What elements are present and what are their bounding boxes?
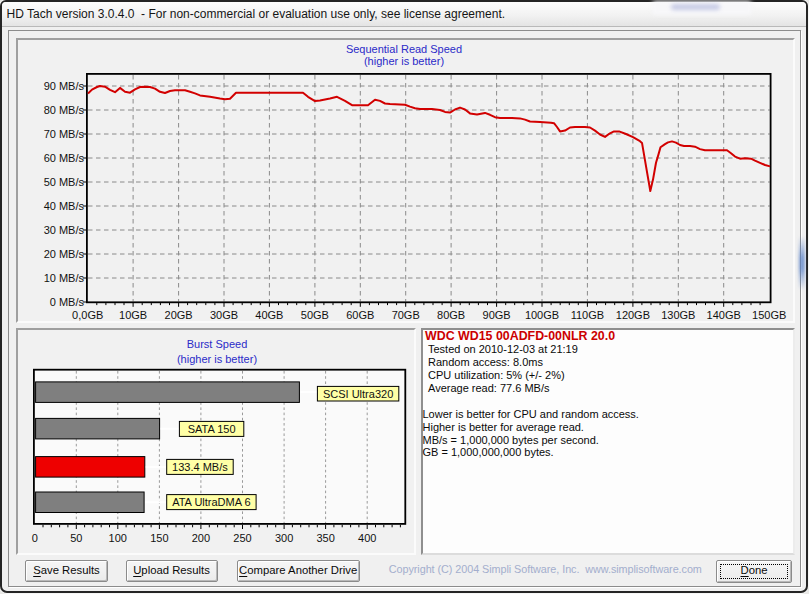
svg-text:350: 350 xyxy=(316,532,334,544)
svg-text:400: 400 xyxy=(358,532,376,544)
svg-text:60GB: 60GB xyxy=(346,309,374,321)
svg-text:70GB: 70GB xyxy=(392,309,420,321)
svg-text:70 MB/s: 70 MB/s xyxy=(44,128,85,140)
svg-text:0 MB/s: 0 MB/s xyxy=(50,296,85,308)
svg-text:90GB: 90GB xyxy=(483,309,511,321)
svg-text:150: 150 xyxy=(150,532,168,544)
svg-text:200: 200 xyxy=(192,532,210,544)
svg-text:133.4 MB/s: 133.4 MB/s xyxy=(172,461,228,473)
svg-text:40 MB/s: 40 MB/s xyxy=(44,200,85,212)
svg-text:ATA UltraDMA 6: ATA UltraDMA 6 xyxy=(172,496,250,508)
svg-text:50: 50 xyxy=(70,532,82,544)
svg-text:SATA 150: SATA 150 xyxy=(188,423,236,435)
svg-text:SCSI Ultra320: SCSI Ultra320 xyxy=(323,388,393,400)
svg-text:10 MB/s: 10 MB/s xyxy=(44,272,85,284)
svg-text:50 MB/s: 50 MB/s xyxy=(44,176,85,188)
svg-text:50GB: 50GB xyxy=(301,309,329,321)
svg-text:20GB: 20GB xyxy=(165,309,193,321)
svg-text:0: 0 xyxy=(32,532,38,544)
svg-text:250: 250 xyxy=(233,532,251,544)
svg-text:150GB: 150GB xyxy=(752,309,786,321)
svg-text:0,0GB: 0,0GB xyxy=(72,309,103,321)
svg-text:40GB: 40GB xyxy=(255,309,283,321)
svg-text:130GB: 130GB xyxy=(661,309,695,321)
svg-text:100GB: 100GB xyxy=(525,309,559,321)
svg-text:30 MB/s: 30 MB/s xyxy=(44,224,85,236)
svg-text:80GB: 80GB xyxy=(437,309,465,321)
svg-text:30GB: 30GB xyxy=(210,309,238,321)
svg-text:60 MB/s: 60 MB/s xyxy=(44,152,85,164)
svg-text:140GB: 140GB xyxy=(707,309,741,321)
svg-text:20 MB/s: 20 MB/s xyxy=(44,248,85,260)
svg-text:120GB: 120GB xyxy=(616,309,650,321)
svg-text:90 MB/s: 90 MB/s xyxy=(44,80,85,92)
svg-text:300: 300 xyxy=(275,532,293,544)
svg-text:110GB: 110GB xyxy=(571,309,604,321)
svg-text:100: 100 xyxy=(109,532,127,544)
svg-text:80 MB/s: 80 MB/s xyxy=(44,104,85,116)
svg-text:10GB: 10GB xyxy=(119,309,147,321)
